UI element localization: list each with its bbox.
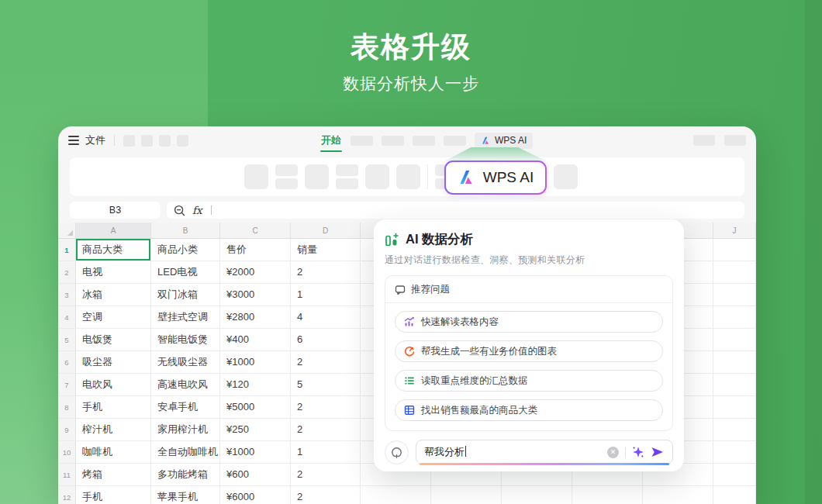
hamburger-icon[interactable] — [68, 136, 79, 144]
cell-E12[interactable] — [361, 486, 431, 504]
suggestion-summary-data[interactable]: 读取重点维度的汇总数据 — [395, 370, 663, 392]
cell-C3[interactable]: ¥3000 — [220, 284, 291, 306]
wps-ai-button[interactable]: WPS AI — [444, 161, 547, 195]
cell-C10[interactable]: ¥1000 — [220, 441, 291, 464]
row-header-11[interactable]: 11 — [58, 464, 76, 486]
cell-A3[interactable]: 冰箱 — [76, 284, 151, 306]
cell-J10[interactable] — [713, 441, 756, 464]
cell-J3[interactable] — [713, 284, 756, 306]
column-header-D[interactable]: D — [291, 223, 361, 239]
select-all-corner[interactable] — [58, 223, 76, 239]
cell-D3[interactable]: 1 — [291, 284, 361, 306]
cell-D7[interactable]: 5 — [291, 374, 361, 396]
cell-J4[interactable] — [713, 306, 756, 329]
row-header-4[interactable]: 4 — [58, 306, 76, 329]
cell-D11[interactable]: 2 — [291, 464, 361, 486]
cell-A10[interactable]: 咖啡机 — [76, 441, 151, 464]
cell-D2[interactable]: 2 — [291, 261, 361, 284]
cell-A5[interactable]: 电饭煲 — [76, 329, 151, 351]
cell-B2[interactable]: LED电视 — [151, 261, 220, 284]
cell-A4[interactable]: 空调 — [76, 306, 151, 329]
tab-wps-ai[interactable]: WPS AI — [475, 133, 533, 149]
cell-J8[interactable] — [713, 396, 756, 419]
cell-A7[interactable]: 电吹风 — [76, 374, 151, 396]
row-header-7[interactable]: 7 — [58, 374, 76, 396]
cell-C4[interactable]: ¥2800 — [220, 306, 291, 329]
fx-icon[interactable]: fx — [192, 204, 202, 216]
cell-C9[interactable]: ¥250 — [220, 419, 291, 441]
cell-B7[interactable]: 高速电吹风 — [151, 374, 220, 396]
new-conversation-button[interactable] — [385, 440, 409, 464]
cell-H12[interactable] — [572, 486, 643, 504]
column-header-J[interactable]: J — [713, 223, 756, 239]
cell-J6[interactable] — [713, 351, 756, 374]
cell-I12[interactable] — [643, 486, 713, 504]
row-header-10[interactable]: 10 — [58, 441, 76, 464]
suggestion-generate-charts[interactable]: 帮我生成一些有业务价值的图表 — [395, 340, 663, 362]
cell-J9[interactable] — [713, 419, 756, 441]
suggestion-quick-read[interactable]: 快速解读表格内容 — [395, 311, 663, 333]
formula-input[interactable]: fx — [167, 202, 744, 219]
cell-C11[interactable]: ¥600 — [220, 464, 291, 486]
ai-prompt-input[interactable]: 帮我分析 ✕ — [416, 440, 673, 464]
suggestion-top-category[interactable]: 找出销售额最高的商品大类 — [395, 399, 663, 421]
cell-J7[interactable] — [713, 374, 756, 396]
cell-C5[interactable]: ¥400 — [220, 329, 291, 351]
cell-A9[interactable]: 榨汁机 — [76, 419, 151, 441]
clear-input-icon[interactable]: ✕ — [607, 447, 619, 458]
cell-A6[interactable]: 吸尘器 — [76, 351, 151, 374]
cell-D9[interactable]: 2 — [291, 419, 361, 441]
cell-A12[interactable]: 手机 — [76, 486, 151, 504]
cell-D6[interactable]: 2 — [291, 351, 361, 374]
cell-F12[interactable] — [431, 486, 502, 504]
cell-C8[interactable]: ¥5000 — [220, 396, 291, 419]
cell-B9[interactable]: 家用榨汁机 — [151, 419, 220, 441]
cell-J1[interactable] — [713, 239, 756, 261]
cell-A8[interactable]: 手机 — [76, 396, 151, 419]
row-header-5[interactable]: 5 — [58, 329, 76, 351]
cell-J2[interactable] — [713, 261, 756, 284]
row-header-3[interactable]: 3 — [58, 284, 76, 306]
cell-B11[interactable]: 多功能烤箱 — [151, 464, 220, 486]
row-header-2[interactable]: 2 — [58, 261, 76, 284]
column-header-C[interactable]: C — [220, 223, 291, 239]
sparkle-icon[interactable] — [632, 446, 644, 458]
cell-B3[interactable]: 双门冰箱 — [151, 284, 220, 306]
cell-A2[interactable]: 电视 — [76, 261, 151, 284]
cell-B5[interactable]: 智能电饭煲 — [151, 329, 220, 351]
row-header-12[interactable]: 12 — [58, 486, 76, 504]
zoom-out-icon[interactable] — [174, 205, 185, 216]
cell-C1[interactable]: 售价 — [220, 239, 291, 261]
cell-B12[interactable]: 苹果手机 — [151, 486, 220, 504]
cell-C7[interactable]: ¥120 — [220, 374, 291, 396]
row-header-6[interactable]: 6 — [58, 351, 76, 374]
file-menu[interactable]: 文件 — [85, 133, 105, 147]
cell-D12[interactable]: 2 — [291, 486, 361, 504]
cell-D10[interactable]: 1 — [291, 441, 361, 464]
cell-B1[interactable]: 商品小类 — [151, 239, 220, 261]
cell-D8[interactable]: 2 — [291, 396, 361, 419]
send-icon[interactable] — [651, 446, 665, 458]
cell-D1[interactable]: 销量 — [291, 239, 361, 261]
tab-home[interactable]: 开始 — [320, 133, 342, 147]
cell-B8[interactable]: 安卓手机 — [151, 396, 220, 419]
row-header-1[interactable]: 1 — [58, 239, 76, 261]
cell-D5[interactable]: 6 — [291, 329, 361, 351]
cell-B10[interactable]: 全自动咖啡机 — [151, 441, 220, 464]
row-header-9[interactable]: 9 — [58, 419, 76, 441]
column-header-B[interactable]: B — [151, 223, 220, 239]
cell-J12[interactable] — [713, 486, 756, 504]
cell-J5[interactable] — [713, 329, 756, 351]
cell-A1[interactable]: 商品大类 — [76, 239, 151, 261]
cell-B6[interactable]: 无线吸尘器 — [151, 351, 220, 374]
row-header-8[interactable]: 8 — [58, 396, 76, 419]
cell-D4[interactable]: 4 — [291, 306, 361, 329]
cell-C2[interactable]: ¥2000 — [220, 261, 291, 284]
cell-C12[interactable]: ¥6000 — [220, 486, 291, 504]
cell-C6[interactable]: ¥1000 — [220, 351, 291, 374]
column-header-A[interactable]: A — [76, 223, 151, 239]
cell-A11[interactable]: 烤箱 — [76, 464, 151, 486]
cell-J11[interactable] — [713, 464, 756, 486]
cell-name-box[interactable]: B3 — [70, 202, 161, 219]
cell-B4[interactable]: 壁挂式空调 — [151, 306, 220, 329]
